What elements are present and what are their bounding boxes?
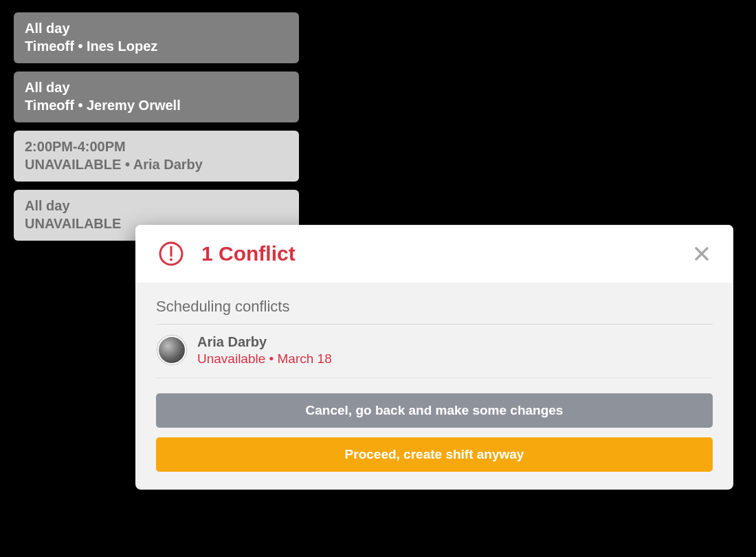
- schedule-card[interactable]: 2:00PM-4:00PM UNAVAILABLE • Aria Darby: [14, 131, 299, 182]
- warning-icon: [157, 240, 185, 267]
- conflict-row: Aria Darby Unavailable • March 18: [156, 325, 713, 378]
- conflict-text: Aria Darby Unavailable • March 18: [197, 333, 332, 368]
- conflict-dialog: 1 Conflict Scheduling conflicts Aria Dar…: [135, 225, 733, 490]
- card-detail: Timeoff • Jeremy Orwell: [25, 96, 288, 114]
- card-time: All day: [25, 197, 288, 215]
- close-icon: [694, 246, 709, 261]
- close-button[interactable]: [689, 241, 714, 266]
- schedule-cards: All day Timeoff • Ines Lopez All day Tim…: [14, 12, 299, 241]
- card-time: All day: [25, 19, 288, 37]
- dialog-actions: Cancel, go back and make some changes Pr…: [156, 393, 713, 472]
- card-time: 2:00PM-4:00PM: [25, 138, 288, 155]
- card-detail: Timeoff • Ines Lopez: [25, 37, 288, 55]
- conflict-name: Aria Darby: [197, 333, 332, 351]
- card-detail: UNAVAILABLE • Aria Darby: [25, 155, 288, 173]
- dialog-body: Scheduling conflicts Aria Darby Unavaila…: [135, 283, 733, 490]
- conflict-detail: Unavailable • March 18: [197, 351, 332, 368]
- section-title: Scheduling conflicts: [156, 298, 713, 325]
- dialog-header: 1 Conflict: [135, 225, 733, 283]
- proceed-button[interactable]: Proceed, create shift anyway: [156, 437, 713, 472]
- cancel-button[interactable]: Cancel, go back and make some changes: [156, 393, 713, 428]
- dialog-title: 1 Conflict: [201, 242, 689, 265]
- card-time: All day: [25, 78, 288, 96]
- schedule-card[interactable]: All day Timeoff • Ines Lopez: [14, 12, 299, 63]
- svg-point-2: [170, 259, 173, 261]
- avatar: [157, 336, 186, 364]
- schedule-card[interactable]: All day Timeoff • Jeremy Orwell: [14, 72, 299, 122]
